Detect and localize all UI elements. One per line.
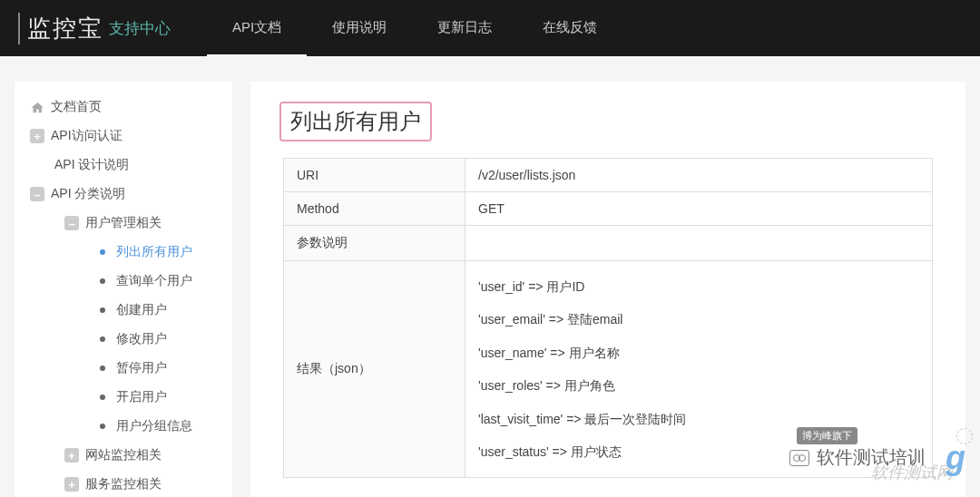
- tab-feedback[interactable]: 在线反馈: [517, 1, 622, 56]
- sidebar-item-category[interactable]: – API 分类说明: [15, 180, 232, 209]
- wechat-icon: [789, 450, 809, 466]
- plus-icon: +: [29, 128, 45, 144]
- sidebar-label: 网站监控相关: [85, 447, 162, 463]
- support-center-link[interactable]: 支持中心: [109, 18, 171, 39]
- sidebar-item-home[interactable]: 文档首页: [15, 93, 232, 122]
- tab-api-docs[interactable]: API文档: [207, 1, 307, 56]
- page-title: 列出所有用户: [279, 102, 432, 141]
- header: 监控宝 支持中心 API文档 使用说明 更新日志 在线反馈: [0, 0, 980, 56]
- uri-value: /v2/user/lists.json: [466, 159, 933, 192]
- watermark-g: g: [946, 439, 965, 477]
- sidebar-item-suspend-user[interactable]: 暂停用户: [15, 354, 232, 383]
- table-row: 参数说明: [284, 226, 933, 261]
- result-line: 'user_roles' => 用户角色: [478, 369, 919, 402]
- params-value: [466, 226, 933, 261]
- bullet-icon: [100, 365, 105, 371]
- sidebar-item-modify-user[interactable]: 修改用户: [15, 325, 232, 354]
- table-row: Method GET: [284, 192, 933, 226]
- sidebar-item-design[interactable]: API 设计说明: [15, 151, 232, 180]
- sidebar-label: 文档首页: [51, 99, 102, 115]
- method-value: GET: [466, 192, 933, 226]
- sidebar-label: 用户管理相关: [85, 215, 162, 231]
- bullet-icon: [100, 424, 105, 429]
- sidebar-item-list-users[interactable]: 列出所有用户: [15, 238, 232, 267]
- method-label: Method: [284, 192, 466, 226]
- bullet-icon: [100, 278, 105, 284]
- sidebar: 文档首页 + API访问认证 API 设计说明 – API 分类说明 – 用户管…: [15, 82, 232, 497]
- bullet-icon: [100, 395, 105, 400]
- minus-icon: –: [64, 215, 80, 231]
- sidebar-item-query-user[interactable]: 查询单个用户: [15, 267, 232, 296]
- watermark-badge: 博为峰旗下: [797, 427, 858, 444]
- sidebar-label: API 设计说明: [54, 157, 129, 173]
- sidebar-label: 修改用户: [116, 331, 167, 347]
- logo: 监控宝: [18, 13, 103, 44]
- sidebar-label: API 分类说明: [51, 186, 125, 202]
- plus-icon: +: [64, 476, 80, 492]
- sidebar-item-user-mgmt[interactable]: – 用户管理相关: [15, 209, 232, 238]
- bullet-icon: [100, 307, 105, 313]
- sidebar-item-service-monitor[interactable]: + 服务监控相关: [15, 470, 232, 497]
- sidebar-item-user-groups[interactable]: 用户分组信息: [15, 412, 232, 441]
- home-icon: [29, 99, 45, 115]
- table-row: URI /v2/user/lists.json: [284, 159, 933, 192]
- bullet-icon: [100, 249, 105, 255]
- uri-label: URI: [284, 159, 466, 192]
- sidebar-label: API访问认证: [51, 128, 122, 144]
- content-panel: 列出所有用户 URI /v2/user/lists.json Method GE…: [250, 82, 965, 497]
- tab-changelog[interactable]: 更新日志: [412, 1, 517, 56]
- sidebar-label: 列出所有用户: [116, 244, 192, 260]
- result-line: 'user_name' => 用户名称: [478, 336, 919, 369]
- result-label: 结果（json）: [284, 261, 466, 478]
- sidebar-label: 查询单个用户: [116, 273, 192, 289]
- sidebar-item-enable-user[interactable]: 开启用户: [15, 383, 232, 412]
- sidebar-item-auth[interactable]: + API访问认证: [15, 122, 232, 151]
- watermark-circle-icon: [956, 428, 973, 444]
- params-label: 参数说明: [284, 226, 466, 261]
- sidebar-label: 用户分组信息: [116, 418, 192, 434]
- watermark-sub: 软件测试网: [871, 462, 953, 483]
- result-line: 'user_email' => 登陆email: [478, 303, 919, 336]
- sidebar-label: 开启用户: [116, 389, 167, 405]
- sidebar-label: 暂停用户: [116, 360, 167, 376]
- sidebar-item-create-user[interactable]: 创建用户: [15, 296, 232, 325]
- sidebar-label: 创建用户: [116, 302, 167, 318]
- result-line: 'user_id' => 用户ID: [478, 270, 919, 303]
- plus-icon: +: [64, 447, 80, 463]
- minus-icon: –: [29, 186, 45, 202]
- sidebar-item-site-monitor[interactable]: + 网站监控相关: [15, 441, 232, 470]
- bullet-icon: [100, 336, 105, 342]
- tab-usage[interactable]: 使用说明: [307, 1, 412, 56]
- nav-tabs: API文档 使用说明 更新日志 在线反馈: [207, 1, 622, 56]
- sidebar-label: 服务监控相关: [85, 476, 162, 492]
